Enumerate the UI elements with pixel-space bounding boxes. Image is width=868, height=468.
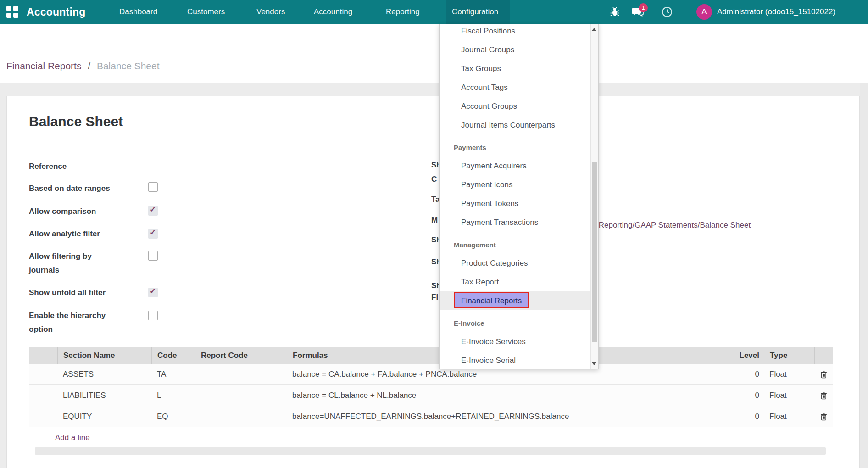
breadcrumb-current: Balance Sheet xyxy=(97,61,160,71)
cell-formulas[interactable]: balance = CA.balance + FA.balance + PNCA… xyxy=(287,370,703,379)
breadcrumb-separator: / xyxy=(88,61,90,71)
cell-section-name[interactable]: ASSETS xyxy=(57,370,151,379)
menu-item-tax-groups[interactable]: Tax Groups xyxy=(440,59,598,78)
menu-item-e-invoice-services[interactable]: E-Invoice Services xyxy=(440,332,598,351)
control-panel: Financial Reports / Balance Sheet xyxy=(0,24,868,83)
scrollbar-thumb[interactable] xyxy=(592,162,597,342)
table-header-row: Section Name Code Report Code Formulas L… xyxy=(29,347,833,364)
menu-item-account-tags[interactable]: Account Tags xyxy=(440,78,598,97)
add-a-line-link[interactable]: Add a line xyxy=(55,433,90,442)
breadcrumb-parent-link[interactable]: Financial Reports xyxy=(6,61,81,71)
menu-section-management: Management xyxy=(440,232,598,254)
table-row[interactable]: EQUITY EQ balance=UNAFFECTED_EARNINGS.ba… xyxy=(29,406,833,427)
trash-icon xyxy=(820,412,828,421)
drag-handle-column-header xyxy=(29,347,57,364)
field-label-unfold-filter: Show unfold all filter xyxy=(29,286,106,300)
delete-row-button[interactable] xyxy=(820,412,828,421)
trash-icon xyxy=(820,370,828,379)
right-field-fragment-2: C xyxy=(431,175,440,186)
right-field-fragment-3: Ta xyxy=(431,195,440,206)
breadcrumb: Financial Reports / Balance Sheet xyxy=(6,61,160,72)
menu-item-payment-tokens[interactable]: Payment Tokens xyxy=(440,194,598,213)
form-column-separator xyxy=(139,161,139,337)
dropdown-scrollbar[interactable] xyxy=(590,24,598,369)
cell-type[interactable]: Float xyxy=(764,412,814,421)
activities-clock-icon[interactable] xyxy=(659,0,675,24)
field-label-allow-comparison: Allow comparison xyxy=(29,205,96,218)
col-header-section-name[interactable]: Section Name xyxy=(57,347,151,364)
app-window: Accounting Dashboard Customers Vendors A… xyxy=(0,0,868,468)
col-header-report-code[interactable]: Report Code xyxy=(195,347,287,364)
delete-row-button[interactable] xyxy=(820,391,828,400)
nav-item-reporting[interactable]: Reporting xyxy=(386,0,420,24)
top-navbar: Accounting Dashboard Customers Vendors A… xyxy=(0,0,868,24)
right-field-fragment-7: Sh xyxy=(431,281,440,292)
cell-section-name[interactable]: LIABILITIES xyxy=(57,391,151,400)
menu-item-financial-reports[interactable]: Financial Reports xyxy=(440,291,598,310)
nav-item-vendors[interactable]: Vendors xyxy=(256,0,285,24)
menu-item-e-invoice-serial[interactable]: E-Invoice Serial xyxy=(440,351,598,369)
table-row[interactable]: LIABILITIES L balance = CL.balance + NL.… xyxy=(29,385,833,406)
page-right-edge xyxy=(860,24,868,468)
messages-badge: 1 xyxy=(639,3,648,12)
nav-item-accounting[interactable]: Accounting xyxy=(314,0,352,24)
configuration-dropdown-menu: Fiscal Positions Journal Groups Tax Grou… xyxy=(439,24,599,369)
nav-item-dashboard[interactable]: Dashboard xyxy=(119,0,157,24)
cell-section-name[interactable]: EQUITY xyxy=(57,412,151,421)
nav-item-configuration[interactable]: Configuration xyxy=(446,0,510,24)
right-field-fragment-6: Sh xyxy=(431,257,440,268)
checkbox-unfold-filter[interactable] xyxy=(148,288,158,297)
cell-code[interactable]: TA xyxy=(151,370,195,379)
nav-item-customers[interactable]: Customers xyxy=(187,0,225,24)
col-header-type[interactable]: Type xyxy=(764,347,814,364)
delete-row-button[interactable] xyxy=(820,370,828,379)
cell-level[interactable]: 0 xyxy=(703,412,764,421)
field-label-hierarchy-option: Enable the hierarchy option xyxy=(29,309,125,336)
menu-item-payment-icons[interactable]: Payment Icons xyxy=(440,175,598,194)
right-field-fragment-1: Sh xyxy=(431,161,440,172)
trash-icon xyxy=(820,391,828,400)
debug-bug-icon[interactable] xyxy=(606,0,623,24)
menu-item-path-link[interactable]: /Reporting/GAAP Statements/Balance Sheet xyxy=(596,221,751,230)
cell-code[interactable]: L xyxy=(151,391,195,400)
field-label-date-ranges: Based on date ranges xyxy=(29,182,110,195)
checkbox-hierarchy-option[interactable] xyxy=(148,311,158,320)
scrollbar-up-arrow-icon[interactable] xyxy=(592,28,596,31)
messages-icon[interactable]: 1 xyxy=(629,0,646,24)
checkbox-analytic-filter[interactable] xyxy=(148,229,158,239)
checkbox-filter-journals[interactable] xyxy=(148,251,158,261)
field-label-reference: Reference xyxy=(29,160,67,173)
scrollbar-down-arrow-icon[interactable] xyxy=(592,362,596,365)
cell-level[interactable]: 0 xyxy=(703,370,764,379)
delete-column-header xyxy=(814,347,833,364)
menu-item-product-categories[interactable]: Product Categories xyxy=(440,254,598,273)
right-field-fragment-8: Fi xyxy=(431,293,440,304)
cell-type[interactable]: Float xyxy=(764,391,814,400)
checkbox-allow-comparison[interactable] xyxy=(148,206,158,216)
cell-code[interactable]: EQ xyxy=(151,412,195,421)
horizontal-scrollbar[interactable] xyxy=(35,447,826,455)
page-title: Balance Sheet xyxy=(29,114,123,129)
menu-item-tax-report[interactable]: Tax Report xyxy=(440,273,598,291)
user-menu[interactable]: Administrator (odoo15_15102022) xyxy=(717,0,835,24)
cell-type[interactable]: Float xyxy=(764,370,814,379)
menu-item-payment-transactions[interactable]: Payment Transactions xyxy=(440,213,598,232)
col-header-code[interactable]: Code xyxy=(151,347,195,364)
user-avatar[interactable]: A xyxy=(696,4,712,20)
app-title[interactable]: Accounting xyxy=(27,6,86,18)
table-row[interactable]: ASSETS TA balance = CA.balance + FA.bala… xyxy=(29,364,833,385)
cell-formulas[interactable]: balance = CL.balance + NL.balance xyxy=(287,391,703,400)
menu-item-fiscal-positions[interactable]: Fiscal Positions xyxy=(440,24,598,40)
right-field-fragment-4: M xyxy=(431,216,440,227)
checkbox-date-ranges[interactable] xyxy=(148,182,158,192)
menu-item-financial-reports-highlight[interactable]: Financial Reports xyxy=(454,292,529,308)
menu-item-journal-groups[interactable]: Journal Groups xyxy=(440,40,598,59)
menu-item-account-groups[interactable]: Account Groups xyxy=(440,97,598,116)
col-header-level[interactable]: Level xyxy=(703,347,764,364)
menu-item-payment-acquirers[interactable]: Payment Acquirers xyxy=(440,156,598,175)
apps-menu-icon[interactable] xyxy=(6,6,18,18)
menu-item-journal-items-counterparts[interactable]: Journal Items Counterparts xyxy=(440,116,598,134)
cell-formulas[interactable]: balance=UNAFFECTED_EARNINGS.balance+RETA… xyxy=(287,412,703,421)
sections-table: Section Name Code Report Code Formulas L… xyxy=(29,347,833,427)
cell-level[interactable]: 0 xyxy=(703,391,764,400)
